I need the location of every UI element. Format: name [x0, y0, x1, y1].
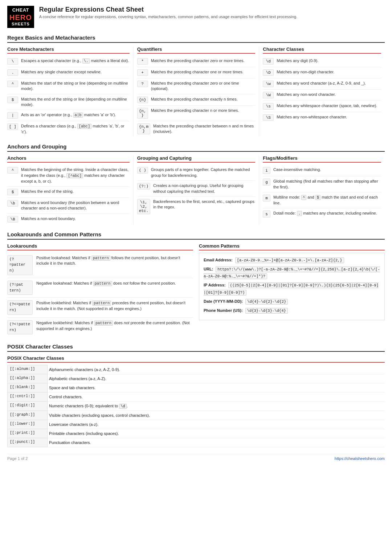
posix-desc: Lowercase characters (a-z). [48, 420, 385, 429]
common-patterns-box: Email Address: [a-zA-Z0-9._%+-]+@[a-zA-Z… [199, 253, 385, 320]
quant-desc-star: Matches the preceding character zero or … [151, 58, 245, 64]
flag-desc-g: Global matching (find all matches rather… [273, 179, 381, 190]
class-code-W: \W [263, 92, 274, 98]
logo-sheets: SHEETS [12, 22, 30, 27]
quant-code-plus: + [137, 69, 148, 76]
phone-label: Phone Number (US): [204, 308, 243, 313]
meta-code-dot: . [7, 69, 18, 76]
la-code-pos-behind: (?<=pattern) [7, 300, 33, 315]
posix-code: [[:punct:]] [8, 438, 48, 447]
quant-desc-n: Matches the preceding character exactly … [151, 97, 238, 102]
phone-value: \d{3}-\d{3}-\d{4} [245, 308, 288, 314]
posix-row: [[:graph:]]Visible characters (excluding… [8, 411, 385, 420]
meta-entry-pipe: | Acts as an 'or' operator (e.g., a|b ma… [7, 110, 130, 121]
la-code-neg-behind: (?<!pattern) [7, 320, 33, 335]
class-code-D: \D [263, 69, 274, 76]
flag-desc-s: Dotall mode: . matches any character, in… [273, 211, 377, 216]
class-desc-d: Matches any digit (0-9). [277, 58, 318, 64]
footer-url[interactable]: https://cheatsheetshero.com [335, 456, 385, 461]
posix-code: [[:blank:]] [8, 383, 48, 392]
meta-desc-bracket: Defines a character class (e.g., [abc] m… [21, 123, 130, 135]
posix-code: [[:cntrl:]] [8, 392, 48, 401]
date-label: Date (YYYY-MM-DD): [204, 299, 243, 304]
meta-desc-pipe: Acts as an 'or' operator (e.g., a|b matc… [21, 112, 116, 118]
la-code-pos-ahead: (?=pattern) [7, 255, 33, 275]
flag-entry-s: s Dotall mode: . matches any character, … [263, 208, 381, 220]
core-meta-title: Core Metacharacters [7, 46, 130, 54]
grouping-title: Grouping and Capturing [137, 155, 256, 163]
la-desc-neg-ahead: Negative lookahead: Matches if pattern d… [36, 281, 176, 286]
meta-code-pipe: | [7, 112, 18, 119]
quant-code-n: {n} [137, 97, 148, 103]
page-footer: Page 1 of 2 https://cheatsheetshero.com [7, 454, 385, 461]
section-lookarounds: Lookarounds and Common Patterns [7, 231, 385, 240]
anchors-col: Anchors ^ Matches the beginning of the s… [7, 155, 133, 224]
class-entry-D: \D Matches any non-digit character. [263, 67, 381, 78]
posix-row: [[:print:]]Printable characters (includi… [8, 429, 385, 438]
lookaround-neg-behind: (?<!pattern) Negative lookbehind: Matche… [7, 318, 193, 337]
quant-entry-nm: {n,m } Matches the preceding character b… [137, 121, 256, 137]
flag-code-i: i [263, 167, 270, 174]
logo-hero: HERO [9, 13, 32, 22]
group-code-paren: ( ) [137, 167, 148, 174]
pattern-url: URL: https?:\/\/(www\.)?[-a-zA-Z0-9@:%._… [204, 266, 380, 280]
quant-entry-n: {n} Matches the preceding character exac… [137, 94, 256, 106]
meta-entry-bracket: [ ] Defines a character class (e.g., [ab… [7, 121, 130, 137]
url-value: https?:\/\/(www\.)?[-a-zA-Z0-9@:%._\+~#?… [204, 266, 380, 280]
date-value: \d{4}-\d{2}-\d{2} [245, 299, 288, 305]
flags-title: Flags/Modifiers [263, 155, 381, 163]
posix-desc: Control characters. [48, 392, 385, 401]
anchors-title: Anchors [7, 155, 130, 163]
flags-col: Flags/Modifiers i Case-insensitive match… [259, 155, 385, 224]
posix-code: [[:alnum:]] [8, 365, 48, 374]
quant-desc-nm: Matches the preceding character between … [153, 123, 255, 135]
group-desc-backref: Backreferences to the first, second, etc… [153, 199, 255, 210]
anchor-desc-caret: Matches the beginning of the string. Ins… [21, 167, 130, 184]
posix-row: [[:punct:]]Punctuation characters. [8, 438, 385, 447]
group-code-backref: \1, \2, etc. [137, 199, 150, 214]
flag-code-g: g [263, 179, 270, 186]
posix-desc: Punctuation characters. [48, 438, 385, 447]
posix-code: [[:graph:]] [8, 411, 48, 420]
lookaround-pos-ahead: (?=pattern) Positive lookahead: Matches … [7, 253, 193, 278]
quant-desc-nmore: Matches the preceding character n or mor… [151, 108, 239, 113]
quant-code-nm: {n,m } [137, 123, 150, 134]
posix-code: [[:print:]] [8, 429, 48, 438]
class-entry-S: \S Matches any non-whitespace character. [263, 112, 381, 123]
meta-entry-caret: ^ Matches the start of the string or lin… [7, 78, 130, 94]
pattern-ip: IP Address: ((25[0-5]|2[0-4][0-9]|[01]?[… [204, 282, 380, 296]
footer-page: Page 1 of 2 [7, 456, 28, 461]
meta-entry-dot: . Matches any single character except ne… [7, 67, 130, 78]
class-desc-W: Matches any non-word character. [277, 92, 336, 97]
lookaround-pos-behind: (?<=pattern) Positive lookbehind: Matche… [7, 298, 193, 318]
meta-desc-dollar: Matches the end of the string or line (d… [21, 97, 130, 108]
ip-label: IP Address: [204, 283, 226, 287]
section-posix: POSIX Character Classes [7, 343, 385, 352]
meta-desc-dot: Matches any single character except newl… [21, 69, 102, 75]
group-desc-noncap: Creates a non-capturing group. Useful fo… [153, 183, 255, 194]
group-desc-paren: Groups parts of a regex together. Captur… [151, 167, 256, 178]
flag-code-m: m [263, 195, 270, 201]
page-subtitle: A concise reference for regular expressi… [39, 15, 297, 19]
meta-desc-backslash: Escapes a special character (e.g., \. ma… [21, 58, 129, 64]
quant-code-nmore: {n, } [137, 108, 148, 119]
class-entry-w: \w Matches any word character (a-z, A-Z,… [263, 78, 381, 90]
la-desc-pos-ahead: Positive lookahead: Matches if pattern f… [36, 255, 193, 266]
quant-entry-plus: + Matches the preceding character one or… [137, 67, 256, 78]
flag-entry-g: g Global matching (find all matches rath… [263, 176, 381, 192]
posix-desc: Alphabetic characters (a-z, A-Z). [48, 374, 385, 383]
meta-entry-backslash: \ Escapes a special character (e.g., \. … [7, 56, 130, 67]
class-entry-d: \d Matches any digit (0-9). [263, 56, 381, 67]
char-classes-title: Character Classes [263, 46, 381, 54]
la-code-neg-ahead: (?!pattern) [7, 281, 33, 295]
posix-table: [[:alnum:]]Alphanumeric characters (a-z,… [7, 365, 385, 447]
anchor-code-nonwordboundary: \B [7, 216, 18, 223]
page-header: CHEAT HERO SHEETS Regular Expressions Ch… [7, 6, 385, 28]
anchor-entry-nonwordboundary: \B Matches a non-word boundary. [7, 214, 130, 225]
posix-code: [[:digit:]] [8, 401, 48, 411]
anchor-desc-dollar: Matches the end of the string. [21, 189, 74, 194]
anchor-code-dollar: $ [7, 189, 18, 195]
class-desc-w: Matches any word character (a-z, A-Z, 0-… [277, 81, 366, 86]
quant-desc-plus: Matches the preceding character one or m… [151, 69, 244, 75]
group-entry-backref: \1, \2, etc. Backreferences to the first… [137, 197, 256, 216]
